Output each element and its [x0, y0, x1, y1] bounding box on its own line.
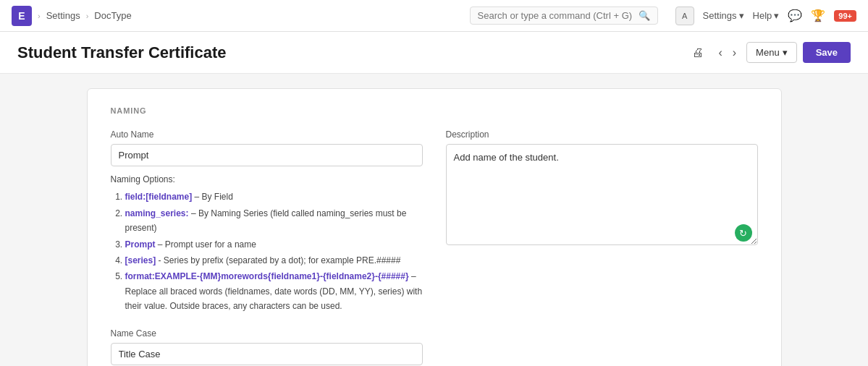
help-dropdown[interactable]: Help ▾ — [753, 10, 780, 21]
list-item: format:EXAMPLE-{MM}morewords{fieldname1}… — [125, 269, 423, 313]
header-actions: 🖨 ‹ › Menu ▾ Save — [688, 42, 851, 63]
description-area: Add name of the student. ↻ — [446, 144, 758, 247]
description-group: Description Add name of the student. ↻ — [446, 129, 758, 247]
notification-badge[interactable]: 99+ — [834, 10, 856, 22]
top-nav: E › Settings › DocType 🔍 A Settings ▾ He… — [0, 0, 868, 32]
breadcrumb-chevron-2: › — [86, 12, 89, 20]
form-row: Auto Name Naming Options: field:[fieldna… — [111, 129, 758, 365]
name-case-group: Name Case — [111, 328, 423, 365]
refresh-icon[interactable]: ↻ — [735, 224, 752, 242]
naming-options: Naming Options: field:[fieldname] – By F… — [111, 172, 423, 314]
main-content: NAMING Auto Name Naming Options: field:[… — [0, 74, 868, 366]
nav-right-section: A Settings ▾ Help ▾ 💬 🏆 99+ — [675, 7, 856, 25]
trophy-icon[interactable]: 🏆 — [811, 9, 825, 22]
auto-name-input[interactable] — [111, 144, 423, 166]
search-input[interactable] — [478, 10, 634, 21]
list-item: [series] - Series by prefix (separated b… — [125, 253, 423, 268]
search-bar[interactable]: 🔍 — [470, 7, 658, 25]
left-column: Auto Name Naming Options: field:[fieldna… — [111, 129, 423, 365]
page-header: Student Transfer Certificate 🖨 ‹ › Menu … — [0, 32, 868, 74]
breadcrumb-chevron-1: › — [38, 12, 41, 20]
section-label: NAMING — [111, 106, 758, 115]
breadcrumb-doctype[interactable]: DocType — [94, 10, 131, 21]
menu-button[interactable]: Menu ▾ — [746, 42, 797, 63]
right-column: Description Add name of the student. ↻ — [446, 129, 758, 365]
list-item: Prompt – Prompt user for a name — [125, 237, 423, 252]
print-button[interactable]: 🖨 — [688, 43, 708, 62]
avatar[interactable]: A — [675, 7, 694, 25]
list-item: naming_series: – By Naming Series (field… — [125, 206, 423, 236]
chat-icon[interactable]: 💬 — [788, 9, 802, 22]
auto-name-label: Auto Name — [111, 129, 423, 140]
list-item: field:[fieldname] – By Field — [125, 190, 423, 204]
naming-options-title: Naming Options: — [111, 172, 423, 187]
settings-dropdown[interactable]: Settings ▾ — [703, 10, 744, 21]
description-textarea[interactable]: Add name of the student. — [446, 144, 758, 245]
naming-options-list: field:[fieldname] – By Field naming_seri… — [111, 190, 423, 313]
auto-name-group: Auto Name — [111, 129, 423, 166]
name-case-input[interactable] — [111, 343, 423, 365]
search-icon: 🔍 — [639, 10, 650, 21]
description-label: Description — [446, 129, 758, 140]
page-title: Student Transfer Certificate — [17, 43, 227, 62]
nav-arrows: ‹ › — [714, 43, 741, 62]
prev-button[interactable]: ‹ — [714, 43, 726, 62]
app-logo[interactable]: E — [12, 6, 32, 26]
form-card: NAMING Auto Name Naming Options: field:[… — [87, 88, 782, 366]
breadcrumb-settings[interactable]: Settings — [46, 10, 80, 21]
name-case-label: Name Case — [111, 328, 423, 339]
next-button[interactable]: › — [728, 43, 741, 62]
save-button[interactable]: Save — [803, 42, 851, 63]
